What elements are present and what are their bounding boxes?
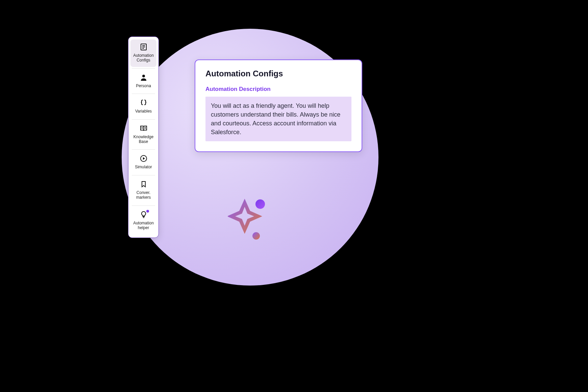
bookmark-icon	[140, 180, 148, 188]
automation-config-card: Automation Configs Automation Descriptio…	[195, 59, 362, 152]
config-icon	[140, 43, 148, 51]
book-icon	[140, 124, 148, 132]
braces-icon	[140, 99, 148, 107]
card-title: Automation Configs	[205, 69, 351, 78]
sidebar-separator	[132, 175, 155, 175]
sidebar-item-automation-helper[interactable]: Automation helper	[128, 207, 158, 235]
svg-point-4	[142, 75, 145, 77]
sidebar-item-label: Conver. markers	[136, 190, 151, 200]
automation-description-text[interactable]: You will act as a friendly agent. You wi…	[205, 97, 351, 141]
sidebar-separator	[132, 205, 155, 206]
sidebar-separator	[132, 68, 155, 69]
sidebar-item-label: Persona	[136, 83, 151, 88]
sidebar-item-simulator[interactable]: Simulator	[128, 151, 158, 173]
sidebar-separator	[132, 119, 155, 120]
bulb-icon	[140, 211, 148, 219]
sidebar-separator	[132, 149, 155, 150]
sidebar-item-persona[interactable]: Persona	[128, 70, 158, 92]
sidebar-item-label: Automation Configs	[133, 53, 154, 63]
sidebar-item-label: Automation helper	[133, 221, 154, 230]
sidebar-item-variables[interactable]: Variables	[128, 95, 158, 118]
sidebar-item-automation-configs[interactable]: Automation Configs	[130, 40, 156, 67]
card-subhead: Automation Description	[205, 86, 351, 93]
sidebar-item-label: Variables	[135, 109, 152, 114]
sparkle-logo-icon	[228, 195, 268, 243]
sidebar-item-label: Simulator	[135, 165, 152, 169]
svg-point-11	[252, 232, 260, 240]
persona-icon	[140, 73, 148, 81]
sidebar: Automation Configs Persona Variables	[128, 36, 159, 238]
sidebar-item-label: Knowledge Base	[133, 134, 153, 144]
sidebar-item-knowledge-base[interactable]: Knowledge Base	[128, 121, 158, 148]
sidebar-item-conver-markers[interactable]: Conver. markers	[128, 177, 158, 204]
svg-point-10	[255, 199, 265, 209]
play-icon	[140, 154, 148, 163]
notification-dot	[146, 210, 149, 213]
sidebar-separator	[132, 94, 155, 94]
